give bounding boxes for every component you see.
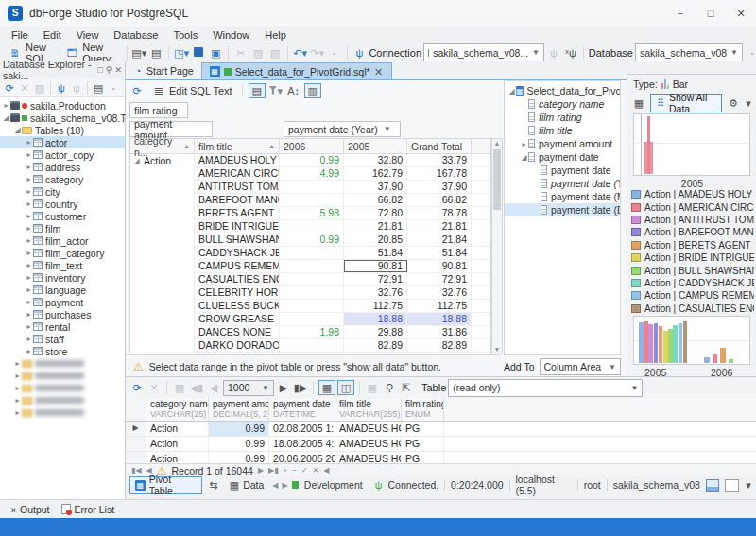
expand-icon[interactable]: ▸: [13, 359, 22, 368]
legend-item[interactable]: Action | ANTITRUST TOMATOES :: [631, 214, 754, 226]
pivot-2005-cell[interactable]: 82.89: [344, 339, 407, 352]
close-icon[interactable]: ✕: [114, 65, 122, 75]
tab-start-page[interactable]: ◔ Start Page: [126, 62, 201, 79]
expand-icon[interactable]: ▸: [25, 150, 33, 159]
save-all-icon[interactable]: ▣: [208, 46, 223, 60]
table-mode-select[interactable]: (read only) ▼: [448, 379, 643, 397]
pivot-total-cell[interactable]: 33.79: [407, 154, 472, 166]
legend-item[interactable]: Action | AMERICAN CIRCUS : 162.: [631, 200, 754, 213]
field-list-item[interactable]: category name: [505, 97, 620, 111]
swap-views-icon[interactable]: ⇆: [206, 478, 221, 492]
pivot-2006-cell[interactable]: 4.99: [280, 167, 344, 180]
last-page-icon[interactable]: ▮▶: [293, 381, 308, 394]
expand-icon[interactable]: ▸: [25, 138, 33, 147]
tree-item-table-inventory[interactable]: ▸inventory: [0, 271, 125, 284]
pivot-total-cell[interactable]: 90.81: [407, 260, 472, 272]
chevron-down-icon[interactable]: ▾: [745, 96, 752, 110]
column-header-payment-date[interactable]: payment dateDATETIME: [269, 398, 335, 421]
expand-icon[interactable]: ▸: [25, 199, 33, 208]
prev-view-icon[interactable]: ◀: [272, 481, 278, 490]
pivot-film-cell[interactable]: BERETS AGENT: [195, 207, 280, 219]
data-cell[interactable]: AMADEUS HOLY: [335, 437, 402, 451]
goto-icon[interactable]: ⇱: [399, 381, 414, 394]
column-area-field[interactable]: payment date (Year) ▼: [284, 121, 401, 137]
pivot-total-cell[interactable]: 18.88: [407, 313, 472, 325]
refresh-icon[interactable]: ⟳: [2, 81, 17, 95]
data-cell[interactable]: 02.08.2005 1:16:59: [269, 422, 335, 436]
tree-item-table-film_actor[interactable]: ▸film_actor: [0, 234, 125, 247]
expand-icon[interactable]: ▸: [25, 175, 33, 183]
field-list-item[interactable]: film title: [505, 124, 620, 137]
tree-item-table-film_category[interactable]: ▸film_category: [0, 247, 125, 259]
add-to-button[interactable]: Add To: [504, 361, 535, 372]
pivot-2006-cell[interactable]: [280, 181, 344, 193]
filter-area-field[interactable]: film rating: [129, 102, 188, 118]
pivot-film-cell[interactable]: CAMPUS REMEMBER: [195, 260, 280, 272]
last-record-icon[interactable]: ▶▮: [268, 466, 279, 475]
find-icon[interactable]: ⚲: [382, 381, 397, 394]
toolbar-overflow-icon[interactable]: ⹀: [745, 46, 756, 60]
delete-icon[interactable]: ✕: [17, 81, 32, 95]
legend-item[interactable]: Action | CAMPUS REMEMBER : 90: [631, 289, 754, 302]
edit-sql-text-button[interactable]: 𝌆 Edit SQL Text: [147, 83, 236, 98]
tree-item-table-customer[interactable]: ▸customer: [0, 210, 125, 222]
connect-icon[interactable]: ψ: [69, 81, 84, 95]
prev-page-icon[interactable]: ◀: [206, 381, 221, 394]
close-button[interactable]: ✕: [726, 0, 756, 26]
tree-item-table-city[interactable]: ▸city: [0, 185, 125, 198]
column-header-category-name[interactable]: category nameVARCHAR(25): [146, 398, 209, 421]
maximize-button[interactable]: □: [696, 0, 726, 26]
pivot-total-cell[interactable]: 51.84: [407, 247, 472, 259]
expand-icon[interactable]: ▸: [520, 140, 528, 148]
pivot-2005-cell[interactable]: 90.81: [344, 260, 407, 272]
menu-window[interactable]: Window: [205, 27, 257, 43]
first-record-icon[interactable]: ▮◀: [131, 466, 142, 475]
tree-item-test-connection[interactable]: ◢sakila_schema_v08.Test: [0, 112, 125, 124]
pin-icon[interactable]: ⚲: [106, 65, 112, 75]
tree-item-production[interactable]: ▸sakila.Production: [0, 99, 125, 112]
expand-icon[interactable]: ▸: [25, 187, 33, 196]
pivot-row-header-film[interactable]: film title ▲: [195, 139, 280, 153]
pivot-2005-cell[interactable]: 112.75: [344, 300, 407, 312]
expand-icon[interactable]: ▸: [25, 322, 33, 331]
copy-icon[interactable]: ▨: [250, 46, 266, 60]
pivot-2006-cell[interactable]: [280, 273, 344, 285]
pivot-2005-cell[interactable]: 21.81: [344, 220, 407, 233]
expand-icon[interactable]: ▸: [13, 408, 22, 417]
field-list-item[interactable]: payment date (Day): [505, 203, 620, 216]
tree-item-blurred[interactable]: ▸: [0, 357, 125, 370]
pivot-total-cell[interactable]: 21.81: [407, 220, 472, 233]
expand-icon[interactable]: ▸: [25, 335, 33, 343]
pivot-2006-cell[interactable]: 1.98: [280, 326, 344, 338]
data-cell[interactable]: 18.08.2005 4:26:54: [269, 437, 335, 451]
pivot-2005-cell[interactable]: 51.84: [344, 247, 407, 259]
save-icon[interactable]: [191, 46, 206, 60]
expand-icon[interactable]: ▸: [25, 236, 33, 245]
tree-item-table-purchases[interactable]: ▸purchases: [0, 308, 125, 320]
data-cell[interactable]: AMADEUS HOLY: [335, 422, 402, 436]
cut-icon[interactable]: ✂: [233, 46, 249, 60]
pivot-2006-cell[interactable]: [280, 220, 344, 233]
tree-item-table-rental[interactable]: ▸rental: [0, 320, 125, 333]
pivot-2005-cell[interactable]: 72.91: [344, 273, 407, 285]
next-page-icon[interactable]: ▶: [276, 381, 291, 394]
area-select[interactable]: Column Area ▼: [540, 358, 622, 375]
data-cell[interactable]: 0.99: [209, 452, 269, 463]
pivot-col-2006[interactable]: 2006: [280, 139, 344, 153]
collapse-icon[interactable]: ◢: [13, 126, 22, 134]
tree-item-table-country[interactable]: ▸country: [0, 198, 125, 210]
data-view-tab[interactable]: ▦ Data: [225, 477, 269, 493]
field-list-item[interactable]: payment date: [505, 164, 620, 177]
legend-item[interactable]: Action | BRIDE INTRIGUE : 21.81: [631, 251, 754, 264]
pivot-2005-cell[interactable]: 32.80: [344, 154, 407, 166]
error-list-tab[interactable]: Error List: [61, 504, 115, 515]
expand-icon[interactable]: ▸: [25, 347, 33, 355]
new-document-icon[interactable]: ▤▾: [131, 46, 146, 60]
pivot-2006-cell[interactable]: [280, 194, 344, 206]
tree-item-table-film_text[interactable]: ▸film_text: [0, 259, 125, 271]
pivot-2005-cell[interactable]: 66.82: [344, 194, 407, 206]
data-cell[interactable]: Action: [146, 452, 209, 463]
collapse-icon[interactable]: ◢: [132, 157, 141, 165]
open-file-icon[interactable]: ◳▾: [174, 46, 189, 60]
collapse-icon[interactable]: ◢: [507, 87, 516, 95]
